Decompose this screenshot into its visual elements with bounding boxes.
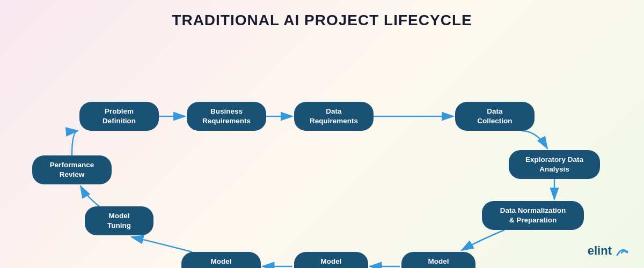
page-title: TRADITIONAL AI PROJECT LIFECYCLE	[0, 0, 644, 29]
node-perf-review: PerformanceReview	[32, 155, 112, 184]
node-business-req: BusinessRequirements	[187, 102, 266, 131]
node-problem-def: ProblemDefinition	[79, 102, 159, 131]
node-model-tuning: ModelTuning	[85, 206, 153, 235]
node-exploratory: Exploratory DataAnalysis	[509, 150, 600, 179]
diagram-area: ProblemDefinitionBusinessRequirementsDat…	[0, 43, 644, 268]
node-model-eval: ModelEvaluation	[294, 252, 368, 268]
node-model-deploy: ModelDeployment	[181, 252, 261, 268]
node-model-selection: ModelSelection	[401, 252, 475, 268]
node-data-collection: DataCollection	[455, 102, 535, 131]
node-data-norm: Data Normalization& Preparation	[482, 201, 584, 230]
node-data-req: DataRequirements	[294, 102, 374, 131]
